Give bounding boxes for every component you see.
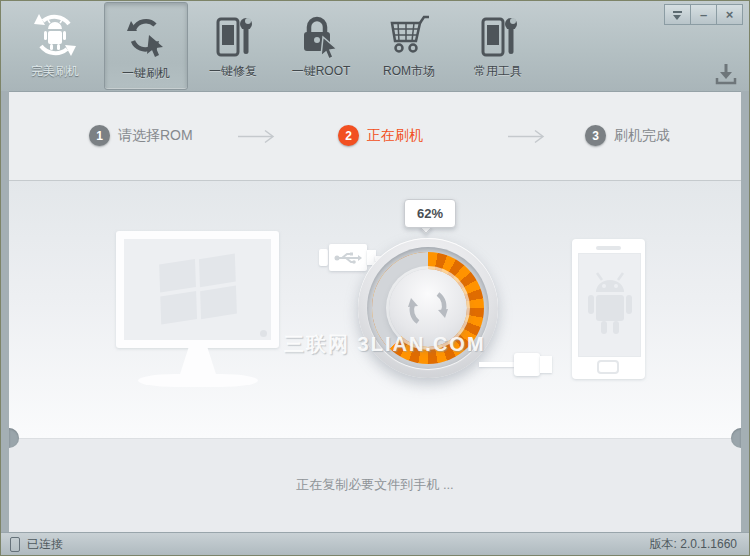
usb-plug-graphic [319, 244, 375, 271]
phone-screen [578, 253, 641, 357]
step-select-rom: 1 请选择ROM [89, 125, 193, 146]
status-message-panel: 正在复制必要文件到手机 ... [9, 438, 741, 533]
toolbar: 完美刷机 一键刷机 [1, 1, 749, 92]
usb-cable-line [479, 362, 515, 367]
phone-graphic [572, 239, 645, 379]
monitor-power-led [260, 330, 267, 337]
skin-menu-button[interactable] [664, 4, 691, 25]
usb-connector-graphic [514, 353, 554, 376]
right-frame-strip [741, 91, 749, 532]
progress-tooltip: 62% [404, 199, 456, 228]
left-frame-strip [1, 91, 9, 532]
tab-one-key-root[interactable]: 一键ROOT [281, 1, 361, 89]
skin-menu-icon [672, 11, 683, 19]
shopping-cart-icon [386, 9, 432, 59]
app-window: 完美刷机 一键刷机 [0, 0, 750, 556]
phone-wrench-icon [477, 9, 519, 59]
app-logo-icon [31, 9, 79, 59]
tab-label: 一键修复 [209, 63, 257, 80]
download-icon [714, 62, 738, 86]
phone-home-button [597, 360, 619, 374]
download-button[interactable] [713, 61, 739, 87]
windows-flag-icon [159, 256, 239, 321]
step-arrow-icon [507, 129, 549, 144]
connection-status: 已连接 [27, 536, 63, 553]
step-number-badge: 3 [585, 125, 606, 146]
phone-connected-icon [10, 537, 20, 552]
step-label: 请选择ROM [118, 127, 193, 145]
computer-monitor-graphic [108, 227, 288, 397]
step-label: 刷机完成 [614, 127, 670, 145]
window-controls: – × [665, 4, 743, 25]
step-number-badge: 2 [338, 125, 359, 146]
tab-label: 常用工具 [474, 63, 522, 80]
step-label: 正在刷机 [367, 127, 423, 145]
step-arrow-icon [237, 129, 279, 144]
phone-speaker [596, 246, 621, 250]
tab-one-key-flash[interactable]: 一键刷机 [104, 2, 188, 90]
status-message: 正在复制必要文件到手机 ... [9, 476, 741, 494]
tab-label: 一键ROOT [292, 63, 351, 80]
padlock-cursor-icon [299, 9, 343, 59]
tab-common-tools[interactable]: 常用工具 [458, 1, 538, 89]
monitor-screen [116, 231, 279, 348]
app-logo-label: 完美刷机 [31, 63, 79, 80]
status-bar: 已连接 版本: 2.0.1.1660 [1, 532, 749, 556]
app-logo: 完美刷机 [15, 1, 95, 89]
watermark-text: 三联网 3LIAN.COM [284, 331, 486, 358]
flash-refresh-cursor-icon [125, 11, 167, 61]
step-indicator-bar: 1 请选择ROM 2 正在刷机 3 刷机完成 [9, 92, 741, 181]
version-label: 版本: 2.0.1.1660 [650, 536, 737, 553]
usb-trident-icon [334, 251, 362, 265]
sync-arrows-icon [405, 285, 451, 331]
phone-wrench-icon [212, 9, 254, 59]
android-robot-icon [582, 272, 638, 338]
minimize-button[interactable]: – [690, 4, 717, 25]
step-number-badge: 1 [89, 125, 110, 146]
tab-rom-market[interactable]: ROM市场 [369, 1, 449, 89]
step-complete: 3 刷机完成 [585, 125, 670, 146]
flash-progress-panel: 62% [9, 181, 741, 438]
monitor-stand [174, 348, 222, 375]
tab-label: ROM市场 [383, 63, 435, 80]
tab-one-key-repair[interactable]: 一键修复 [193, 1, 273, 89]
monitor-base [138, 374, 258, 387]
step-flashing: 2 正在刷机 [338, 125, 423, 146]
tab-label: 一键刷机 [122, 65, 170, 82]
close-button[interactable]: × [716, 4, 743, 25]
